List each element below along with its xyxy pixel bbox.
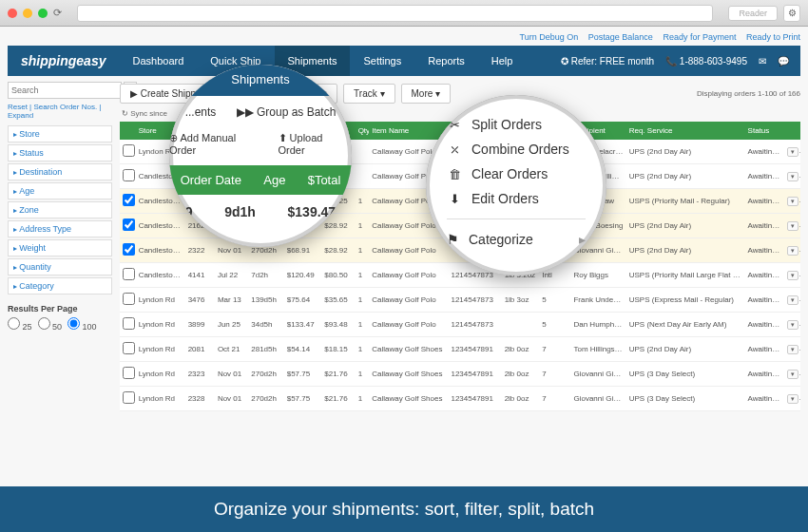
filter-zone[interactable]: Zone xyxy=(8,201,112,218)
link-postage[interactable]: Postage Balance xyxy=(588,32,653,42)
filter-status[interactable]: Status xyxy=(8,144,112,162)
nav-reports[interactable]: Reports xyxy=(414,46,478,76)
sidebar: 🔍 Reset | Search Order Nos. | Expand Sto… xyxy=(8,82,112,411)
filter-age[interactable]: Age xyxy=(8,182,112,200)
search-input[interactable] xyxy=(8,82,122,99)
edit-icon: ⬇ xyxy=(447,192,462,206)
table-row[interactable]: Candlestone Golf4141Jul 227d2h$120.49$80… xyxy=(120,263,800,288)
upload-order[interactable]: ⬆ Upload Order xyxy=(279,132,352,156)
filter-address-type[interactable]: Address Type xyxy=(8,220,112,238)
rpp-title: Results Per Page xyxy=(8,304,112,314)
link-ready-print[interactable]: Ready to Print xyxy=(746,32,800,42)
search-sub-links[interactable]: Reset | Search Order Nos. | Expand xyxy=(8,103,112,120)
browser-chrome: ⟳ Reader ⚙ xyxy=(0,0,808,27)
col-Qty[interactable]: Qty xyxy=(356,122,370,140)
display-info: Displaying orders 1-100 of 166 xyxy=(697,89,800,98)
rpp-50[interactable]: 50 xyxy=(38,322,63,332)
caption-banner: Organize your shipments: sort, filter, s… xyxy=(0,486,808,532)
col-Req. Service[interactable]: Req. Service xyxy=(626,122,745,140)
traffic-light-close[interactable] xyxy=(8,9,17,18)
url-bar[interactable] xyxy=(77,5,713,22)
mail-icon[interactable]: ✉ xyxy=(759,56,766,66)
gear-icon[interactable]: ⚙ xyxy=(783,5,800,22)
magnifier-more-menu: ✂Split Orders⤫Combine Orders🗑Clear Order… xyxy=(426,95,606,276)
reload-icon[interactable]: ⟳ xyxy=(53,7,62,19)
filter-category[interactable]: Category xyxy=(8,277,112,294)
lens1-h-age: Age xyxy=(263,173,285,187)
filter-destination[interactable]: Destination xyxy=(8,163,112,180)
col-blank[interactable] xyxy=(784,122,800,140)
menu-edit-orders[interactable]: ⬇Edit Orders xyxy=(447,186,586,211)
nav-dashboard[interactable]: Dashboard xyxy=(119,46,197,76)
table-row[interactable]: Lyndon Rd3899Jun 2534d5h$133.47$93.481Ca… xyxy=(120,313,800,337)
menu-categorize[interactable]: ⚑Categorize▸ xyxy=(447,227,586,252)
logo[interactable]: shippingeasy xyxy=(8,53,119,68)
nav-help[interactable]: Help xyxy=(478,46,527,76)
flag-icon: ⚑ xyxy=(447,232,459,247)
col-Status[interactable]: Status xyxy=(745,122,785,140)
lens1-h-total: $Total xyxy=(308,173,341,187)
menu-clear-orders[interactable]: 🗑Clear Orders xyxy=(447,162,586,186)
chat-icon[interactable]: 💬 xyxy=(778,56,789,66)
add-manual-order[interactable]: ⊕ Add Manual Order xyxy=(169,132,265,156)
more-button[interactable]: More ▾ xyxy=(401,84,452,104)
lens1-v-age: 9d1h xyxy=(224,204,256,219)
table-row[interactable]: Lyndon Rd2081Oct 21281d5h$54.14$18.151Ca… xyxy=(120,337,800,362)
col-Item Name[interactable]: Item Name xyxy=(369,122,448,140)
traffic-light-min[interactable] xyxy=(23,9,32,18)
table-row[interactable]: Lyndon Rd2328Nov 01270d2h$57.75$21.761Ca… xyxy=(120,387,800,411)
results-per-page: Results Per Page 25 50 100 xyxy=(8,304,112,332)
rpp-100[interactable]: 100 xyxy=(67,322,97,332)
phone-link[interactable]: 📞 1-888-603-9495 xyxy=(665,56,747,66)
clear-icon: 🗑 xyxy=(447,167,462,181)
filter-quantity[interactable]: Quantity xyxy=(8,258,112,276)
menu-combine-orders[interactable]: ⤫Combine Orders xyxy=(447,137,586,162)
filter-weight[interactable]: Weight xyxy=(8,239,112,256)
magnifier-batch: Shipments ...ents ▶▶ Group as Batch ⊕ Ad… xyxy=(169,65,352,247)
link-debug[interactable]: Turn Debug On xyxy=(520,32,579,42)
traffic-light-max[interactable] xyxy=(38,9,48,18)
refer-link[interactable]: ✪ Refer: FREE month xyxy=(561,56,654,66)
lens1-group-batch[interactable]: ▶▶ Group as Batch xyxy=(237,105,337,119)
main-nav: shippingeasy Dashboard Quick Ship Shipme… xyxy=(8,46,800,76)
rpp-25[interactable]: 25 xyxy=(8,322,32,332)
table-row[interactable]: Lyndon Rd3476Mar 13139d5h$75.64$35.651Ca… xyxy=(120,288,800,313)
lens1-h-date: Order Date xyxy=(181,173,241,187)
menu-split-orders[interactable]: ✂Split Orders xyxy=(447,112,586,137)
filter-store[interactable]: Store xyxy=(8,125,112,142)
lens1-tab-shipments[interactable]: ...ents xyxy=(185,105,217,119)
track-button[interactable]: Track ▾ xyxy=(343,84,394,104)
reader-button[interactable]: Reader xyxy=(728,6,778,21)
col-blank[interactable] xyxy=(120,122,136,140)
top-links: Turn Debug On Postage Balance Ready for … xyxy=(8,30,800,46)
link-ready-payment[interactable]: Ready for Payment xyxy=(663,32,736,42)
nav-settings[interactable]: Settings xyxy=(350,46,414,76)
table-row[interactable]: Lyndon Rd2323Nov 01270d2h$57.75$21.761Ca… xyxy=(120,362,800,387)
combine-icon: ⤫ xyxy=(447,142,462,157)
